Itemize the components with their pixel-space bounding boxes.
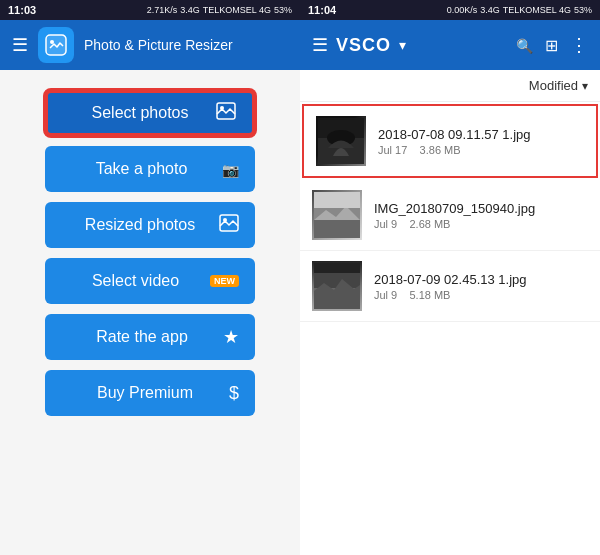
star-icon-btn [223,326,239,348]
new-badge: NEW [210,275,239,287]
hamburger-menu-left[interactable] [12,34,28,56]
more-icon[interactable] [570,34,588,56]
file-info-3: 2018-07-09 02.45.13 1.jpg Jul 9 5.18 MB [374,272,527,301]
network-left: 3.4G [180,5,200,15]
speed-right: 0.00K/s [447,5,478,15]
file-thumb-1 [316,116,366,166]
speed-left: 2.71K/s [147,5,178,15]
top-bar-left: Photo & Picture Resizer [0,20,300,70]
camera-icon-btn [222,159,239,180]
carrier-left: TELKOMSEL 4G [203,5,271,15]
file-list: 2018-07-08 09.11.57 1.jpg Jul 17 3.86 MB… [300,102,600,555]
select-video-label: Select video [61,272,210,290]
resized-photos-label: Resized photos [61,216,219,234]
battery-right: 53% [574,5,592,15]
time-right: 11:04 [308,4,336,16]
file-item-3[interactable]: 2018-07-09 02.45.13 1.jpg Jul 9 5.18 MB [300,251,600,322]
take-photo-button[interactable]: Take a photo [45,146,255,192]
svg-point-1 [50,40,54,44]
top-bar-right: VSCO [300,20,600,70]
vsco-title: VSCO [336,35,391,56]
file-size-2: 2.68 MB [409,218,450,230]
select-video-button[interactable]: Select video NEW [45,258,255,304]
select-photos-label: Select photos [64,104,216,122]
file-date-1: Jul 17 [378,144,407,156]
status-icons-left: 2.71K/s 3.4G TELKOMSEL 4G 53% [147,5,292,15]
file-name-3: 2018-07-09 02.45.13 1.jpg [374,272,527,287]
left-content: Select photos Take a photo Resized photo… [0,70,300,555]
filter-bar: Modified [300,70,600,102]
top-bar-right-icons [516,34,588,56]
resized-photos-button[interactable]: Resized photos [45,202,255,248]
file-thumb-3 [312,261,362,311]
rate-app-button[interactable]: Rate the app [45,314,255,360]
file-info-1: 2018-07-08 09.11.57 1.jpg Jul 17 3.86 MB [378,127,531,156]
status-bar-right: 11:04 0.00K/s 3.4G TELKOMSEL 4G 53% [300,0,600,20]
file-meta-2: Jul 9 2.68 MB [374,218,535,230]
select-photos-button[interactable]: Select photos [45,90,255,136]
image-icon-select [216,102,236,125]
vsco-dropdown-icon[interactable] [399,37,406,53]
time-left: 11:03 [8,4,36,16]
svg-rect-11 [314,192,360,208]
file-name-1: 2018-07-08 09.11.57 1.jpg [378,127,531,142]
network-right: 3.4G [480,5,500,15]
left-panel: 11:03 2.71K/s 3.4G TELKOMSEL 4G 53% Phot… [0,0,300,555]
take-photo-label: Take a photo [61,160,222,178]
file-meta-1: Jul 17 3.86 MB [378,144,531,156]
svg-rect-10 [314,220,360,238]
app-logo [38,27,74,63]
hamburger-menu-right[interactable] [312,34,328,56]
filter-label: Modified [529,78,578,93]
file-size-1: 3.86 MB [420,144,461,156]
status-bar-left: 11:03 2.71K/s 3.4G TELKOMSEL 4G 53% [0,0,300,20]
right-panel: 11:04 0.00K/s 3.4G TELKOMSEL 4G 53% VSCO… [300,0,600,555]
file-size-3: 5.18 MB [409,289,450,301]
buy-premium-button[interactable]: Buy Premium [45,370,255,416]
grid-icon[interactable] [545,35,558,56]
battery-left: 53% [274,5,292,15]
file-date-3: Jul 9 [374,289,397,301]
search-icon[interactable] [516,35,533,56]
file-item-1[interactable]: 2018-07-08 09.11.57 1.jpg Jul 17 3.86 MB [302,104,598,178]
carrier-right: TELKOMSEL 4G [503,5,571,15]
rate-app-label: Rate the app [61,328,223,346]
file-meta-3: Jul 9 5.18 MB [374,289,527,301]
svg-rect-14 [314,263,360,273]
file-date-2: Jul 9 [374,218,397,230]
dollar-icon-btn [229,383,239,404]
buy-premium-label: Buy Premium [61,384,229,402]
file-thumb-2 [312,190,362,240]
file-info-2: IMG_20180709_150940.jpg Jul 9 2.68 MB [374,201,535,230]
filter-dropdown-icon[interactable] [582,79,588,93]
image-icon-resized [219,214,239,237]
status-icons-right: 0.00K/s 3.4G TELKOMSEL 4G 53% [447,5,592,15]
file-item-2[interactable]: IMG_20180709_150940.jpg Jul 9 2.68 MB [300,180,600,251]
app-title: Photo & Picture Resizer [84,37,233,53]
file-name-2: IMG_20180709_150940.jpg [374,201,535,216]
top-bar-right-left: VSCO [312,34,406,56]
